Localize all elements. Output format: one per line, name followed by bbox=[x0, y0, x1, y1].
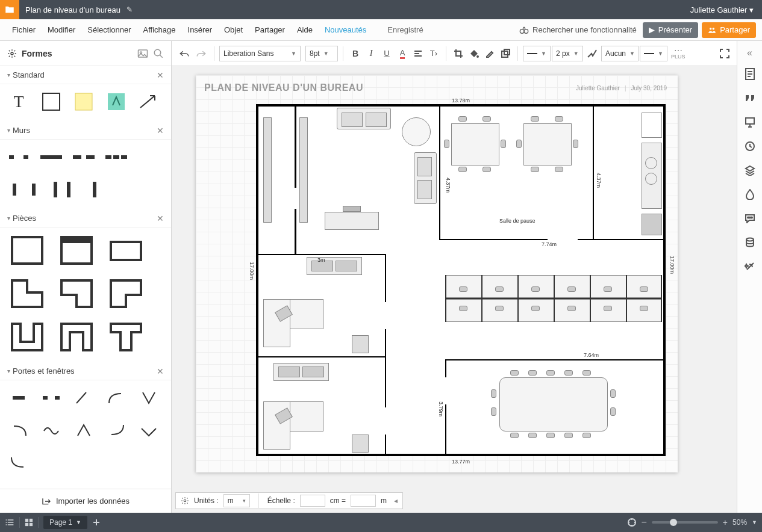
quote-icon[interactable] bbox=[739, 87, 761, 110]
search-functionality[interactable]: Rechercher une fonctionnalité bbox=[513, 25, 643, 34]
menu-selectionner[interactable]: Sélectionner bbox=[81, 19, 137, 40]
menu-affichage[interactable]: Affichage bbox=[137, 19, 182, 40]
shape-text[interactable]: T bbox=[6, 89, 31, 114]
align-button[interactable] bbox=[411, 45, 425, 62]
shape-room-l1[interactable] bbox=[6, 276, 48, 312]
shape-room-u3[interactable] bbox=[105, 319, 147, 355]
page-canvas[interactable]: PLAN DE NIVEAU D'UN BUREAU Juliette Gaut… bbox=[196, 75, 678, 472]
canvas-viewport[interactable]: PLAN DE NIVEAU D'UN BUREAU Juliette Gaut… bbox=[172, 66, 737, 513]
search-icon[interactable] bbox=[153, 48, 164, 59]
shape-door-10[interactable] bbox=[136, 418, 161, 443]
more-menu[interactable]: ⋯PLUS bbox=[671, 48, 685, 60]
fullscreen-button[interactable] bbox=[717, 45, 732, 62]
fill-button[interactable] bbox=[467, 45, 481, 62]
present-icon[interactable] bbox=[739, 111, 761, 134]
bold-button[interactable]: B bbox=[348, 45, 363, 62]
document-title[interactable]: Plan de niveau d'un bureau bbox=[19, 5, 126, 14]
cat-pieces[interactable]: ▾Pièces✕ bbox=[0, 209, 171, 227]
floor-plan[interactable]: Salle de pause bbox=[256, 104, 666, 456]
shape-wall-6[interactable] bbox=[49, 177, 75, 202]
zoom-out-icon[interactable]: − bbox=[642, 517, 647, 528]
shape-room-2[interactable] bbox=[55, 232, 98, 268]
menu-aide[interactable]: Aide bbox=[291, 19, 319, 40]
connector-button[interactable] bbox=[584, 45, 600, 62]
gear-icon[interactable] bbox=[181, 496, 189, 505]
shape-door-7[interactable] bbox=[39, 418, 64, 443]
shape-rect[interactable] bbox=[39, 89, 64, 114]
scale-cm-input[interactable] bbox=[300, 495, 325, 507]
share-button[interactable]: Partager bbox=[702, 22, 756, 38]
cat-escaliers[interactable]: ▾Escaliers✕ bbox=[0, 483, 171, 489]
shape-door-3[interactable] bbox=[71, 385, 96, 410]
underline-button[interactable]: U bbox=[379, 45, 394, 62]
shape-door-4[interactable] bbox=[104, 385, 129, 410]
cat-murs[interactable]: ▾Murs✕ bbox=[0, 122, 171, 140]
shape-room-u1[interactable] bbox=[6, 319, 48, 355]
shape-wall-1[interactable] bbox=[6, 144, 31, 170]
doc-icon[interactable] bbox=[739, 63, 761, 85]
shape-wall-3[interactable] bbox=[71, 144, 96, 170]
close-icon[interactable]: ✕ bbox=[157, 214, 164, 223]
zoom-in-icon[interactable]: + bbox=[723, 518, 728, 527]
shape-note[interactable] bbox=[71, 89, 96, 114]
add-page-icon[interactable] bbox=[92, 518, 101, 527]
zoom-slider[interactable] bbox=[652, 521, 718, 524]
shape-wall-4[interactable] bbox=[104, 144, 129, 170]
clock-icon[interactable] bbox=[739, 135, 761, 158]
shape-door-9[interactable] bbox=[104, 418, 129, 443]
crop-button[interactable] bbox=[451, 45, 466, 62]
link-button[interactable] bbox=[498, 45, 513, 62]
grid-icon[interactable] bbox=[25, 518, 33, 527]
import-data-button[interactable]: Importer les données bbox=[0, 489, 171, 513]
shape-arrow[interactable] bbox=[136, 89, 161, 114]
data-icon[interactable] bbox=[739, 231, 761, 254]
shape-wall-7[interactable] bbox=[82, 177, 107, 202]
close-icon[interactable]: ✕ bbox=[157, 126, 164, 135]
image-icon[interactable] bbox=[137, 49, 148, 58]
shape-room-3[interactable] bbox=[105, 232, 147, 268]
text-color-button[interactable]: A bbox=[395, 45, 410, 62]
shape-door-2[interactable] bbox=[39, 385, 64, 410]
close-icon[interactable]: ✕ bbox=[157, 367, 164, 376]
text-tool-button[interactable]: T› bbox=[426, 45, 441, 62]
shape-room-l3[interactable] bbox=[105, 276, 147, 312]
comments-icon[interactable] bbox=[739, 207, 761, 230]
target-icon[interactable] bbox=[627, 518, 637, 527]
shape-room-u2[interactable] bbox=[55, 319, 98, 355]
fill-select[interactable]: Aucun▼ bbox=[601, 46, 639, 61]
italic-button[interactable]: I bbox=[364, 45, 378, 62]
undo-button[interactable] bbox=[176, 45, 192, 62]
menu-fichier[interactable]: Fichier bbox=[6, 19, 42, 40]
close-icon[interactable]: ✕ bbox=[157, 70, 164, 80]
scale-m-input[interactable] bbox=[351, 495, 376, 507]
shape-room-1[interactable] bbox=[6, 232, 48, 268]
auto-icon[interactable] bbox=[739, 255, 761, 278]
redo-button[interactable] bbox=[193, 45, 209, 62]
edit-title-icon[interactable]: ✎ bbox=[126, 5, 133, 14]
collapse-footer-icon[interactable]: ◂ bbox=[394, 496, 398, 505]
font-select[interactable]: Liberation Sans▼ bbox=[219, 46, 301, 61]
shape-wall-2[interactable] bbox=[39, 144, 64, 170]
gear-icon[interactable] bbox=[7, 49, 17, 58]
page-select[interactable]: Page 1▼ bbox=[43, 516, 87, 529]
layers-icon[interactable] bbox=[739, 159, 761, 182]
menu-modifier[interactable]: Modifier bbox=[42, 19, 81, 40]
collapse-dock-icon[interactable]: « bbox=[747, 45, 752, 61]
user-menu[interactable]: Juliette Gauthier ▾ bbox=[682, 5, 762, 14]
cat-portes[interactable]: ▾Portes et fenêtres✕ bbox=[0, 362, 171, 380]
pen-button[interactable] bbox=[482, 45, 497, 62]
menu-objet[interactable]: Objet bbox=[218, 19, 249, 40]
zoom-value[interactable]: 50% bbox=[732, 518, 747, 527]
outline-icon[interactable] bbox=[5, 518, 14, 527]
menu-partager[interactable]: Partager bbox=[249, 19, 291, 40]
arrow-select[interactable]: ▼ bbox=[640, 46, 667, 61]
shape-data[interactable] bbox=[104, 89, 129, 114]
shape-wall-5[interactable] bbox=[6, 177, 42, 202]
units-select[interactable]: m▾ bbox=[223, 494, 250, 507]
line-style-select[interactable]: ▼ bbox=[523, 46, 551, 61]
drop-icon[interactable] bbox=[739, 183, 761, 206]
shape-door-11[interactable] bbox=[6, 450, 31, 475]
shape-door-5[interactable] bbox=[136, 385, 161, 410]
present-button[interactable]: ▶ Présenter bbox=[643, 22, 698, 38]
shape-room-l2[interactable] bbox=[55, 276, 98, 312]
